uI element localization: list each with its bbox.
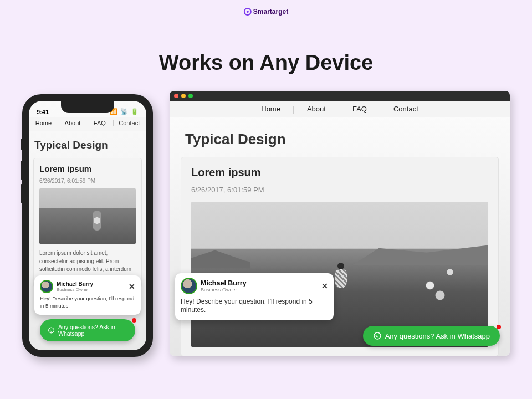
battery-icon: 🔋 [131, 108, 139, 115]
wifi-icon: 📡 [120, 108, 128, 115]
nav-home[interactable]: Home [248, 105, 294, 113]
phone-chat-popup: Michael Burry Business Owner ✕ Hey! Desc… [34, 275, 141, 315]
traffic-light-close-icon[interactable] [174, 94, 178, 98]
notification-dot-icon [132, 318, 136, 323]
nav-about[interactable]: About [294, 105, 339, 113]
phone-notch [61, 101, 114, 113]
avatar [181, 278, 197, 294]
desktop-nav: Home About FAQ Contact [170, 101, 510, 117]
desktop-post-date: 6/26/2017, 6:01:59 PM [191, 186, 488, 194]
desktop-chat-popup: Michael Burry Business Owner ✕ Hey! Desc… [175, 273, 334, 320]
avatar [40, 280, 53, 293]
svg-point-1 [374, 332, 381, 339]
phone-page-title: Typical Design [29, 131, 146, 155]
desktop-post-title: Lorem ipsum [191, 166, 488, 179]
phone-nav: Home About FAQ Contact [29, 117, 146, 131]
nav-contact[interactable]: Contact [380, 105, 432, 113]
chat-role: Business Owner [57, 287, 93, 292]
nav-home[interactable]: Home [35, 120, 52, 126]
chat-name: Michael Burry [201, 279, 247, 287]
traffic-light-min-icon[interactable] [181, 94, 186, 98]
status-time: 9:41 [37, 109, 49, 115]
desktop-mockup: Home About FAQ Contact Typical Design Lo… [170, 91, 510, 356]
chat-message: Hey! Describe your question, I'll respon… [181, 298, 328, 315]
close-icon[interactable]: ✕ [129, 282, 135, 291]
whatsapp-icon [373, 331, 382, 340]
chat-role: Business Owner [201, 287, 247, 293]
whatsapp-icon [48, 326, 55, 335]
brand-logo: Smartarget [244, 8, 288, 16]
traffic-light-max-icon[interactable] [188, 94, 193, 98]
close-icon[interactable]: ✕ [321, 282, 328, 290]
chat-name: Michael Burry [57, 281, 93, 287]
nav-faq[interactable]: FAQ [339, 105, 380, 113]
phone-mockup: 9:41 📶 📡 🔋 Home About FAQ Contact Typica… [22, 94, 153, 357]
chat-message: Hey! Describe your question, I'll respon… [40, 295, 135, 309]
page-heading: Works on Any Device [0, 51, 532, 75]
window-titlebar [170, 91, 510, 101]
svg-point-0 [49, 328, 54, 333]
notification-dot-icon [497, 325, 501, 329]
nav-contact[interactable]: Contact [119, 120, 140, 126]
whatsapp-button[interactable]: Any questions? Ask in Whatsapp [363, 326, 500, 346]
nav-faq[interactable]: FAQ [94, 120, 106, 126]
brand-name: Smartarget [253, 8, 288, 16]
phone-post-date: 6/26/2017, 6:01:59 PM [39, 178, 136, 184]
phone-post-card: Lorem ipsum 6/26/2017, 6:01:59 PM Lorem … [33, 158, 142, 288]
target-icon [244, 8, 252, 16]
whatsapp-label: Any questions? Ask in Whatsapp [385, 332, 490, 340]
nav-about[interactable]: About [65, 120, 81, 126]
desktop-page-title: Typical Design [170, 117, 510, 154]
phone-post-image [39, 188, 136, 244]
whatsapp-button[interactable]: Any questions? Ask in Whatsapp [40, 319, 135, 341]
phone-post-title: Lorem ipsum [39, 164, 136, 173]
whatsapp-label: Any questions? Ask in Whatsapp [58, 324, 127, 337]
